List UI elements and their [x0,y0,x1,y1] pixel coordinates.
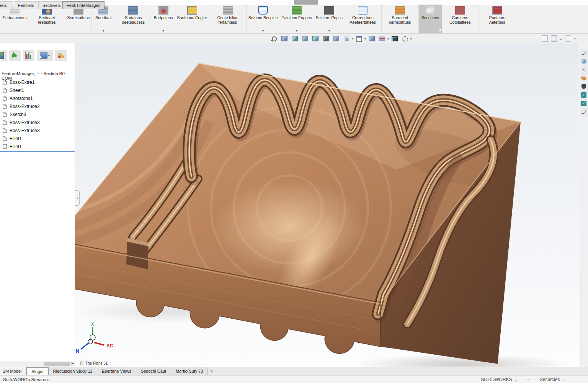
run-flag-icon[interactable] [9,50,21,61]
tree-footnote: The Fibns 31 [80,361,108,365]
ribbon-button-11[interactable]: Salcters Pripcs▾ [314,5,345,33]
tree-item[interactable]: Sheet1 [2,86,74,94]
ribbon-button-13[interactable]: Sarmeed cermcattues– [382,5,419,33]
panel-tool-cut-icon[interactable] [1,50,7,61]
chart-columns-icon[interactable] [23,50,34,61]
window-icon [492,6,502,15]
droplet-icon [158,6,168,15]
tree-item[interactable]: Anotatons1 [2,94,74,102]
appearance-icon[interactable] [342,34,351,43]
ribbon-button-5[interactable]: Sartaiuns seetpaucess– [115,5,152,33]
tab-sketch[interactable]: Fentliets [14,1,38,9]
tab-overflow-arrow-icon[interactable]: > [208,367,215,375]
feature-icon [2,136,7,141]
ribbon-button-14-selected[interactable]: Secntiues–◀ [419,5,442,33]
fillet-icon [2,144,7,149]
pen-icon[interactable] [580,49,588,57]
hide-show-icon[interactable] [332,34,341,43]
wrench-icon[interactable] [55,50,67,61]
ribbon-button-8[interactable]: Ceote bilias fertaintess [209,5,247,33]
tab-search-cut[interactable]: Seaochi Caut [136,367,171,375]
view-settings-icon[interactable] [367,34,376,43]
check-icon[interactable]: ✓ [580,91,588,99]
previous-view-icon[interactable] [290,34,299,43]
boxes-icon [128,6,138,15]
scene-icon[interactable] [354,34,364,43]
panel-collapse-handle[interactable]: ◂ [75,190,80,206]
ribbon-button-7[interactable]: Saethans Cogier– [175,5,209,33]
speech-bubble-icon [358,6,368,15]
services-menu[interactable]: Securcies⌄ [540,377,565,382]
chevron-down-icon: ⌄ [562,378,565,382]
tab-features[interactable]: eets [0,1,13,9]
panel-toolbar: ▾ [0,50,67,63]
view-orientation-icon[interactable] [301,34,310,43]
sphere-icon[interactable] [580,57,588,65]
tab-motion-study-1[interactable]: Riectusclon Study 11 [49,367,98,375]
scrollbar-arrow-icon[interactable]: ▶ [72,362,74,365]
tab-slogot[interactable]: Slogot [26,367,48,375]
scrollbar-thumb[interactable] [44,362,70,366]
footnote-icon [80,362,84,365]
tab-named-views[interactable]: Eeertane Views [97,367,136,375]
tree-item[interactable]: Boss-Extrude3 [2,118,74,126]
tree-item[interactable]: Fillet1 [2,134,74,142]
triad-green-label: X [91,322,94,326]
clamp-icon [455,6,465,15]
cloud-icon [425,6,435,15]
section-view-icon[interactable] [377,34,387,43]
ribbon-label: Eartoapceers [3,15,26,20]
tree-item[interactable]: Fillet1 [2,142,74,151]
task-pane-toolbar: × ✓ ✓ [579,49,588,116]
zoom-fit-icon[interactable] [270,34,279,43]
ribbon-button-9[interactable]: Sotnam Bespice▾ [247,5,279,33]
viewport-corner-tools: ▴ ▾ [542,35,576,42]
view-orientation-alt-icon[interactable] [311,34,320,43]
ribbon-button-10[interactable]: Eainioen Eoppes▾ [279,5,314,33]
swoosh-icon[interactable] [580,108,588,116]
ribbon-button-6[interactable]: Bortpnians▾ [152,5,175,33]
zoom-area-icon[interactable] [280,34,289,43]
tree-item[interactable]: Boss-Extrude2 [2,102,74,110]
tool-icon[interactable] [565,35,571,42]
pane-icon[interactable] [542,35,548,42]
cubes-icon [292,6,302,15]
pane-split-icon[interactable] [551,35,557,42]
tab-model[interactable]: 2M Model [0,367,26,375]
close-icon[interactable]: × [580,66,588,74]
tab-evaluate[interactable]: Sechwets [38,1,65,9]
document-icon [395,6,405,15]
feature-icon [2,88,7,93]
tree-item[interactable]: Sketch3 [2,110,74,118]
feature-icon [2,128,7,133]
tree-divider [0,151,75,152]
shield-icon [258,6,268,15]
tree-item[interactable]: Boss-Extrude3 [2,126,74,134]
display-style-icon[interactable] [321,34,330,43]
feature-icon [2,112,7,117]
tab-motion-study-2[interactable]: Mortio(Suty 73 [171,367,208,375]
triad-blue-label: N [76,349,79,354]
check2-icon[interactable]: ✓ [580,100,588,107]
ribbon-button-12[interactable]: Correertuns Aeeteertattees [345,5,382,33]
ribbon-button-16[interactable]: Pantaors Aetetters [479,5,516,33]
tab-feature-manager[interactable]: Feat:TihteMaages [62,1,105,9]
chevron-down-icon[interactable]: ▾ [574,37,576,41]
feature-icon [2,104,7,109]
ribbon-button-15[interactable]: Cartiners Cotplaittees– [442,5,479,33]
status-bar: SuttnWORGn Seearcss SOLIDWORKS⌄ – Securc… [0,375,588,383]
brush-icon[interactable] [580,74,588,82]
camera-icon[interactable] [390,34,399,43]
chevron-down-icon: ⌄ [514,378,518,382]
chevron-up-icon[interactable]: ▴ [560,37,562,41]
feature-tree: Boss-Extre1 Sheet1 Anotatons1 Boss-Extru… [2,78,74,151]
badge-icon[interactable] [580,83,588,90]
options-icon[interactable] [400,34,410,43]
faucet-icon [223,6,233,15]
tree-item[interactable]: Boss-Extre1 [2,78,74,86]
model-viewport[interactable]: X AC N [75,43,579,367]
image-tool-icon[interactable]: ▾ [37,50,53,61]
solidworks-menu[interactable]: SOLIDWORKS⌄ [481,377,517,382]
collapse-arrow-icon[interactable]: ◀ [439,28,441,32]
triad-red-label: AC [106,343,113,349]
